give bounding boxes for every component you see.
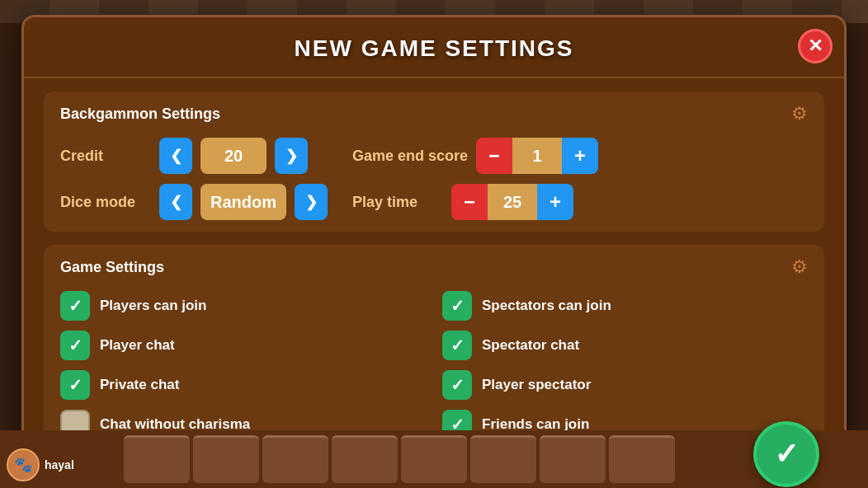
- username: hayal: [45, 458, 74, 472]
- backgammon-gear-icon: ⚙: [791, 103, 808, 124]
- dice-mode-control: Dice mode ❮ Random ❯: [60, 184, 328, 220]
- backgammon-section-title: Backgammon Settings: [60, 106, 220, 123]
- backgammon-section-header: Backgammon Settings ⚙: [60, 103, 808, 124]
- players-can-join-checkmark: ✓: [68, 296, 83, 316]
- private-chat-checkbox[interactable]: ✓: [60, 370, 90, 400]
- game-end-score-label: Game end score: [352, 148, 468, 165]
- play-time-increase-button[interactable]: +: [537, 184, 573, 220]
- game-end-score-stepper: − 1 +: [476, 138, 598, 174]
- spectator-chat-item: ✓ Spectator chat: [442, 331, 808, 360]
- spectators-can-join-checkbox[interactable]: ✓: [442, 291, 472, 321]
- bottom-tab-6[interactable]: [470, 435, 536, 483]
- modal-title: NEW GAME SETTINGS: [295, 35, 574, 61]
- avatar-icon: 🐾: [14, 456, 32, 474]
- play-time-value: 25: [488, 184, 537, 220]
- player-chat-checkbox[interactable]: ✓: [60, 331, 90, 360]
- confirm-button[interactable]: ✓: [753, 421, 819, 487]
- bottom-tabs: [116, 432, 683, 486]
- game-section-title: Game Settings: [60, 259, 164, 276]
- bottom-tab-8[interactable]: [609, 435, 675, 483]
- bottom-tab-5[interactable]: [401, 435, 467, 483]
- spectator-chat-checkbox[interactable]: ✓: [442, 331, 472, 360]
- bottom-tab-4[interactable]: [332, 435, 398, 483]
- bottom-tab-7[interactable]: [540, 435, 606, 483]
- game-end-score-decrease-button[interactable]: −: [476, 138, 512, 174]
- bottom-tab-2[interactable]: [193, 435, 259, 483]
- credit-value: 20: [200, 138, 267, 174]
- players-can-join-checkbox[interactable]: ✓: [60, 291, 90, 321]
- modal: NEW GAME SETTINGS ✕ Backgammon Settings …: [21, 15, 847, 473]
- game-settings-section: Game Settings ⚙ ✓ Players can join ✓ Spe…: [44, 245, 824, 451]
- play-time-stepper: − 25 +: [451, 184, 573, 220]
- credit-decrease-button[interactable]: ❮: [159, 138, 192, 174]
- game-section-header: Game Settings ⚙: [60, 256, 808, 278]
- play-time-decrease-button[interactable]: −: [451, 184, 488, 220]
- modal-overlay: NEW GAME SETTINGS ✕ Backgammon Settings …: [0, 0, 868, 488]
- dice-mode-label: Dice mode: [60, 194, 151, 211]
- private-chat-label: Private chat: [100, 377, 179, 393]
- play-time-label: Play time: [352, 194, 443, 211]
- bottom-bar: 🐾 hayal: [0, 430, 868, 488]
- spectator-chat-label: Spectator chat: [482, 337, 579, 354]
- player-spectator-item: ✓ Player spectator: [442, 370, 808, 400]
- game-settings-checkboxes: ✓ Players can join ✓ Spectators can join…: [60, 291, 808, 439]
- spectators-can-join-item: ✓ Spectators can join: [442, 291, 808, 321]
- player-chat-checkmark: ✓: [68, 336, 83, 355]
- private-chat-item: ✓ Private chat: [60, 370, 426, 400]
- dice-mode-increase-button[interactable]: ❯: [295, 184, 328, 220]
- dice-mode-decrease-button[interactable]: ❮: [159, 184, 192, 220]
- backgammon-controls: Credit ❮ 20 ❯ Dice mode ❮ Random ❯: [60, 138, 808, 220]
- player-spectator-checkmark: ✓: [451, 375, 465, 395]
- backgammon-settings-section: Backgammon Settings ⚙ Credit ❮ 20 ❯ Dice…: [44, 92, 824, 232]
- game-end-score-control: Game end score − 1 +: [352, 138, 598, 174]
- user-area: 🐾 hayal: [7, 448, 74, 481]
- player-chat-item: ✓ Player chat: [60, 331, 426, 360]
- players-can-join-item: ✓ Players can join: [60, 291, 426, 321]
- dice-mode-value: Random: [200, 184, 286, 220]
- modal-header: NEW GAME SETTINGS: [24, 17, 844, 78]
- bottom-tab-3[interactable]: [262, 435, 328, 483]
- confirm-checkmark: ✓: [774, 437, 799, 472]
- players-can-join-label: Players can join: [100, 298, 206, 314]
- player-spectator-checkbox[interactable]: ✓: [442, 370, 472, 400]
- spectator-chat-checkmark: ✓: [451, 336, 465, 355]
- player-chat-label: Player chat: [100, 337, 175, 354]
- spectators-can-join-label: Spectators can join: [482, 298, 611, 314]
- credit-label: Credit: [60, 148, 151, 165]
- credit-increase-button[interactable]: ❯: [275, 138, 308, 174]
- close-button[interactable]: ✕: [798, 29, 833, 63]
- game-end-score-increase-button[interactable]: +: [562, 138, 598, 174]
- avatar: 🐾: [7, 448, 40, 481]
- private-chat-checkmark: ✓: [68, 375, 83, 395]
- game-gear-icon: ⚙: [791, 256, 808, 278]
- game-end-score-value: 1: [512, 138, 562, 174]
- credit-control: Credit ❮ 20 ❯: [60, 138, 328, 174]
- backgammon-right-controls: Game end score − 1 + Play time − 25: [352, 138, 598, 220]
- spectators-can-join-checkmark: ✓: [451, 296, 465, 316]
- player-spectator-label: Player spectator: [482, 377, 591, 393]
- bottom-tab-1[interactable]: [124, 435, 190, 483]
- backgammon-left-controls: Credit ❮ 20 ❯ Dice mode ❮ Random ❯: [60, 138, 328, 220]
- play-time-control: Play time − 25 +: [352, 184, 598, 220]
